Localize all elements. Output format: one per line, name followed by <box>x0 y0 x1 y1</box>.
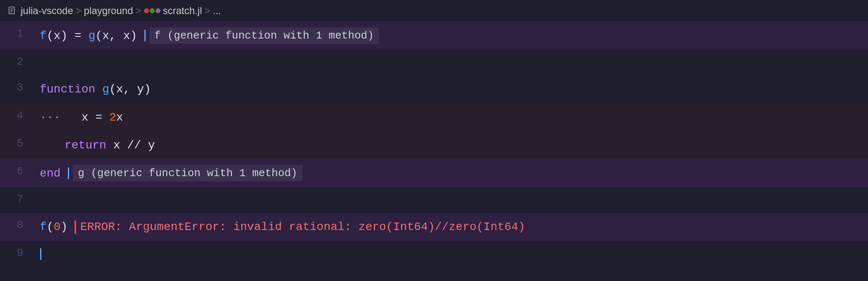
line-number-6: 6 <box>0 159 33 187</box>
code-line-6: 6 end g (generic function with 1 method) <box>0 159 868 187</box>
sep2: > <box>136 5 141 17</box>
token: x <box>116 109 123 126</box>
code-line-1: 1 f(x) = g(x, x) f (generic function wit… <box>0 22 868 50</box>
token: x <box>113 137 127 153</box>
line-content-4[interactable]: ··· x = 2x <box>33 104 868 131</box>
token: end <box>40 165 67 182</box>
error-indicator <box>74 220 76 234</box>
code-line-3: 3 function g(x, y) <box>0 75 868 103</box>
line-content-8[interactable]: f(0) ERROR: ArgumentError: invalid ratio… <box>33 213 868 241</box>
folder-name[interactable]: playground <box>84 5 133 17</box>
cursor-line9 <box>40 248 41 260</box>
token: y <box>148 137 155 153</box>
token: f <box>40 28 47 44</box>
token: ··· <box>40 109 82 126</box>
code-line-7: 7 <box>0 187 868 213</box>
cursor-line6 <box>68 167 69 179</box>
editor-container: julia-vscode > playground > scratch.jl >… <box>0 0 868 281</box>
token: return <box>65 137 113 153</box>
julia-dot-green <box>150 8 155 13</box>
token: 0 <box>54 219 61 235</box>
line-number-9: 9 <box>0 241 33 267</box>
code-area: 1 f(x) = g(x, x) f (generic function wit… <box>0 22 868 281</box>
file-name[interactable]: scratch.jl <box>163 5 202 17</box>
token: ) <box>60 219 74 235</box>
breadcrumb-ellipsis: ... <box>213 5 221 17</box>
token: function <box>40 81 102 97</box>
output-badge-6: g (generic function with 1 method) <box>73 165 302 182</box>
line-number-7: 7 <box>0 187 33 213</box>
line-number-3: 3 <box>0 75 33 103</box>
code-line-4: 4 ··· x = 2x <box>0 104 868 131</box>
token: // <box>127 137 148 153</box>
error-message-8: ERROR: ArgumentError: invalid rational: … <box>80 219 525 235</box>
code-line-2: 2 <box>0 50 868 75</box>
line-number-5: 5 <box>0 131 33 159</box>
token: x <box>82 109 96 126</box>
cursor-line1 <box>144 30 146 41</box>
line-number-1: 1 <box>0 22 33 50</box>
line-number-4: 4 <box>0 104 33 131</box>
code-line-5: 5 return x // y <box>0 131 868 159</box>
line-content-1[interactable]: f(x) = g(x, x) f (generic function with … <box>33 22 868 50</box>
code-line-8: 8 f(0) ERROR: ArgumentError: invalid rat… <box>0 213 868 241</box>
workspace-name[interactable]: julia-vscode <box>21 5 73 17</box>
line-content-9[interactable] <box>33 241 868 267</box>
token: 2 <box>109 109 116 126</box>
line-content-3[interactable]: function g(x, y) <box>33 75 868 103</box>
token: g <box>89 28 96 44</box>
token: g <box>102 81 109 97</box>
line-content-6[interactable]: end g (generic function with 1 method) <box>33 159 868 187</box>
token: f <box>40 219 47 235</box>
code-line-9: 9 <box>0 241 868 267</box>
line-content-7 <box>33 187 868 213</box>
sep3: > <box>204 5 210 17</box>
line-number-2: 2 <box>0 50 33 75</box>
token: (x, x) <box>95 28 144 44</box>
julia-icon <box>144 8 161 13</box>
line-content-5[interactable]: return x // y <box>33 131 868 159</box>
line-number-8: 8 <box>0 213 33 241</box>
token: (x) = <box>47 28 89 44</box>
token: (x, y) <box>109 81 151 97</box>
output-badge-1: f (generic function with 1 method) <box>149 27 379 44</box>
julia-dot-purple <box>156 8 161 13</box>
file-icon <box>7 5 18 17</box>
sep1: > <box>76 5 82 17</box>
julia-dot-red <box>144 8 149 13</box>
token: = <box>95 109 109 126</box>
token: ( <box>47 219 54 235</box>
breadcrumb-bar: julia-vscode > playground > scratch.jl >… <box>0 0 868 22</box>
line-content-2 <box>33 50 868 75</box>
